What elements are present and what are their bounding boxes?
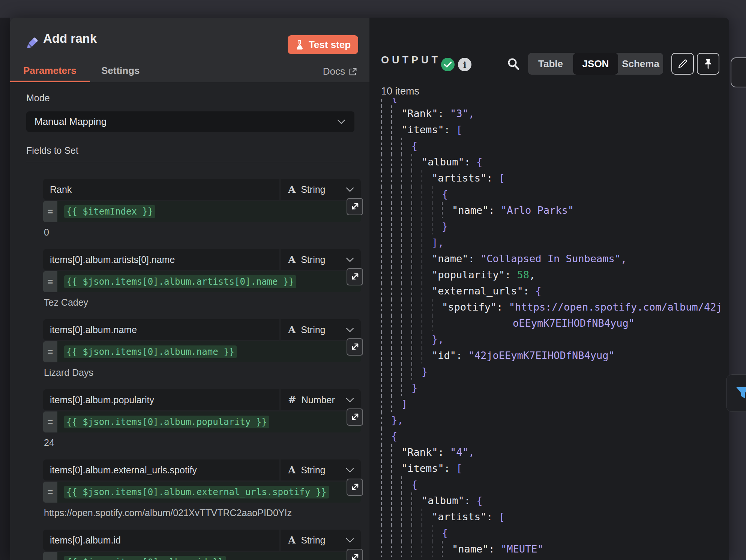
type-icon: A — [288, 254, 296, 265]
expression-input[interactable]: {{ $json.items[0].album.id }} — [57, 552, 361, 560]
node-detail-modal: Add rank Test step Parameters Settings D… — [10, 18, 729, 560]
filter-funnel-icon — [735, 385, 746, 401]
output-title: OUTPUT — [381, 54, 441, 66]
json-line: }, — [381, 331, 728, 347]
field-row: Rank A String — [43, 179, 361, 200]
json-line: } — [381, 380, 728, 396]
node-header: Add rank Test step Parameters Settings D… — [10, 18, 369, 83]
json-line: { — [381, 186, 728, 202]
equals-prefix: = — [43, 271, 57, 292]
chevron-down-icon — [346, 187, 354, 192]
parameters-content: Mode Manual Mapping Fields to Set Rank A… — [10, 82, 369, 560]
filter-flyout[interactable] — [726, 374, 746, 412]
json-line: { — [381, 428, 728, 444]
fields-divider — [26, 162, 351, 162]
expression-input[interactable]: {{ $json.items[0].album.popularity }} — [57, 411, 361, 432]
view-tab-table[interactable]: Table — [528, 53, 573, 75]
canvas-backdrop-left — [0, 18, 10, 560]
expression-row: = {{ $json.items[0].album.name }} — [43, 341, 361, 362]
tab-parameters[interactable]: Parameters — [23, 65, 77, 77]
external-link-icon — [349, 68, 357, 76]
json-line: "artists": [ — [381, 170, 728, 186]
json-line: "popularity": 58, — [381, 267, 728, 283]
expression-preview: Tez Cadey — [44, 297, 88, 308]
expression-input[interactable]: {{ $itemIndex }} — [57, 201, 361, 222]
field-type-select[interactable]: A String — [281, 179, 361, 200]
docs-link[interactable]: Docs — [323, 66, 357, 77]
expand-expression-button[interactable] — [347, 338, 363, 356]
expression-input[interactable]: {{ $json.items[0].album.external_urls.sp… — [57, 482, 361, 503]
expand-icon — [351, 343, 359, 351]
field-name-input[interactable]: items[0].album.id — [43, 530, 279, 551]
json-line: "artists": [ — [381, 509, 728, 525]
type-label: String — [301, 535, 325, 546]
equals-prefix: = — [43, 341, 57, 362]
field-row: items[0].album.popularity # Number — [43, 389, 361, 410]
type-icon: A — [288, 324, 296, 335]
test-step-button[interactable]: Test step — [288, 35, 358, 54]
expand-expression-button[interactable] — [347, 198, 363, 215]
json-line: { — [381, 525, 728, 541]
mode-select[interactable]: Manual Mapping — [26, 111, 354, 132]
expand-expression-button[interactable] — [347, 268, 363, 285]
type-icon: A — [288, 464, 296, 476]
type-label: String — [301, 324, 325, 335]
pin-icon — [703, 58, 713, 69]
json-line: "items": [ — [381, 122, 728, 138]
chevron-down-icon — [346, 257, 354, 262]
view-tab-schema[interactable]: Schema — [618, 53, 663, 75]
json-line: ], — [381, 234, 728, 251]
tab-settings[interactable]: Settings — [101, 65, 140, 77]
expand-icon — [351, 553, 359, 560]
json-line: "external_urls": { — [381, 283, 728, 299]
json-line: "name": "MEUTE" — [381, 541, 728, 557]
equals-prefix: = — [43, 552, 57, 560]
field-name-input[interactable]: items[0].album.popularity — [43, 389, 279, 410]
edit-output-button[interactable] — [671, 53, 694, 75]
field-name-input[interactable]: items[0].album.external_urls.spotify — [43, 459, 279, 480]
type-label: String — [301, 184, 325, 195]
json-line: "spotify": "https://open.spotify.com/alb… — [381, 299, 728, 315]
field-type-select[interactable]: A String — [281, 249, 361, 270]
test-step-label: Test step — [309, 39, 351, 51]
field-type-select[interactable]: A String — [281, 459, 361, 480]
fields-to-set-label: Fields to Set — [26, 145, 78, 156]
expand-expression-button[interactable] — [347, 408, 363, 426]
field-name-input[interactable]: items[0].album.name — [43, 319, 279, 340]
json-line: { — [381, 98, 728, 105]
expression-input[interactable]: {{ $json.items[0].album.name }} — [57, 341, 361, 362]
node-title: Add rank — [43, 32, 97, 46]
equals-prefix: = — [43, 201, 57, 222]
expand-icon — [351, 203, 359, 211]
chevron-down-icon — [346, 468, 354, 473]
field-row: items[0].album.external_urls.spotify A S… — [43, 459, 361, 480]
canvas-backdrop-right — [729, 18, 746, 560]
docs-label: Docs — [323, 66, 345, 77]
field-group: items[0].album.artists[0].name A String … — [43, 249, 361, 319]
json-line: "name": "Collapsed In Sunbeams", — [381, 251, 728, 267]
field-name-input[interactable]: items[0].album.artists[0].name — [43, 249, 279, 270]
info-icon[interactable]: i — [458, 58, 471, 71]
view-tab-json[interactable]: JSON — [573, 53, 618, 75]
type-label: String — [301, 254, 325, 265]
field-row: items[0].album.artists[0].name A String — [43, 249, 361, 270]
expression-row: = {{ $json.items[0].album.popularity }} — [43, 411, 361, 432]
field-type-select[interactable]: # Number — [281, 389, 361, 410]
output-panel: OUTPUT i Table JSON Schema — [369, 18, 729, 560]
field-type-select[interactable]: A String — [281, 530, 361, 551]
type-icon: A — [288, 534, 296, 546]
pin-output-button[interactable] — [697, 53, 719, 75]
json-line: }, — [381, 412, 728, 428]
expression-row: = {{ $json.items[0].album.id }} — [43, 552, 361, 560]
edge-panel-outline — [731, 57, 746, 87]
field-name-input[interactable]: Rank — [43, 179, 279, 200]
expression-preview: Lizard Days — [44, 367, 93, 378]
search-icon[interactable] — [506, 57, 521, 72]
mode-value: Manual Mapping — [35, 116, 107, 128]
expand-expression-button[interactable] — [347, 549, 363, 560]
field-type-select[interactable]: A String — [281, 319, 361, 340]
json-line: { — [381, 138, 728, 154]
expand-expression-button[interactable] — [347, 479, 363, 496]
expand-icon — [351, 483, 359, 491]
expression-input[interactable]: {{ $json.items[0].album.artists[0].name … — [57, 271, 361, 292]
